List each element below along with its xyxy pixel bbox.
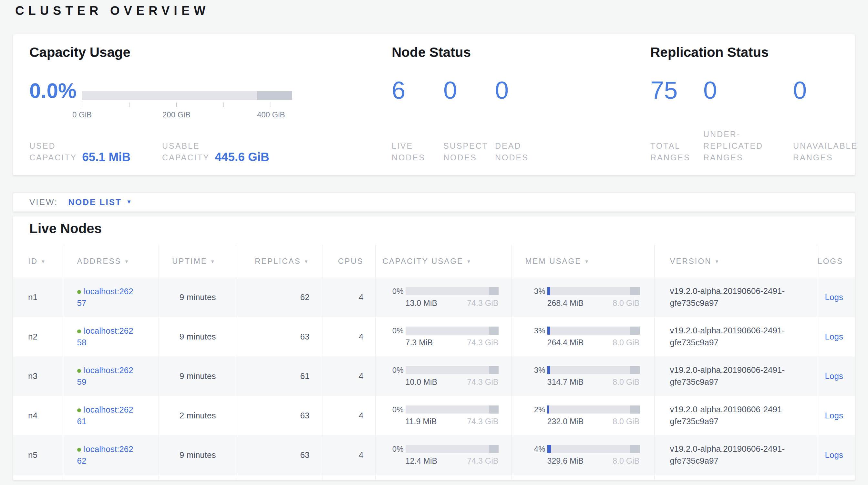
sort-icon: ▼ (304, 259, 310, 264)
mem-bar (547, 445, 640, 453)
capacity-bar-reserved (257, 91, 292, 100)
node-id-cell: n2 (13, 317, 64, 356)
axis-tick-label: 200 GiB (162, 110, 190, 119)
page-title: CLUSTER OVERVIEW (15, 4, 210, 18)
mem-usage-cell: 4% 329.6 MiB 8.0 GiB (512, 435, 654, 475)
header-cpus: CPUS (322, 245, 375, 278)
axis-tick-label: 0 GiB (72, 110, 92, 119)
chevron-down-icon: ▼ (126, 199, 132, 205)
node-status-values: 6 0 0 (392, 77, 547, 104)
table-row: n5 localhost:26262 9 minutes 63 4 0% 12.… (13, 435, 855, 475)
logs-link[interactable]: Logs (825, 450, 843, 460)
capacity-axis: 0 GiB200 GiB400 GiB (82, 103, 292, 122)
logs-cell: Logs (817, 356, 855, 396)
dead-nodes-label: DEAD NODES (495, 140, 547, 163)
total-ranges-count: 75 (650, 77, 703, 104)
axis-tick (176, 103, 177, 107)
node-address-link[interactable]: localhost:26262 (77, 444, 133, 465)
capacity-used-value: 10.0 MiB (406, 377, 438, 387)
live-nodes-count: 6 (392, 77, 443, 104)
table-cell-empty (237, 475, 322, 480)
table-cell-empty (64, 475, 159, 480)
node-list-dropdown[interactable]: NODE LIST ▼ (68, 197, 132, 207)
capacity-usage-title: Capacity Usage (29, 45, 130, 60)
uptime-cell: 9 minutes (159, 278, 237, 317)
mem-usage-cell: 3% 268.4 MiB 8.0 GiB (512, 278, 654, 317)
capacity-used-value: 7.3 MiB (406, 338, 433, 347)
mem-usage-cell: 3% 314.7 MiB 8.0 GiB (512, 356, 654, 396)
node-id-cell: n5 (13, 435, 64, 475)
sort-icon: ▼ (41, 259, 46, 264)
header-id[interactable]: ID▼ (13, 245, 64, 278)
header-address[interactable]: ADDRESS▼ (64, 245, 159, 278)
version-cell: v19.2.0-alpha.20190606-2491-gfe735c9a97 (654, 396, 817, 435)
node-id-cell: n3 (13, 356, 64, 396)
used-capacity-value: 65.1 MiB (82, 151, 130, 163)
under-replicated-ranges-count: 0 (703, 77, 793, 104)
live-nodes-label: LIVE NODES (392, 140, 443, 163)
table-row: n4 localhost:26261 2 minutes 63 4 0% 11.… (13, 396, 855, 435)
node-status-title: Node Status (392, 45, 471, 60)
node-address-link[interactable]: localhost:26257 (77, 286, 133, 308)
logs-link[interactable]: Logs (825, 371, 843, 381)
table-cell-empty (817, 475, 855, 480)
uptime-cell: 9 minutes (159, 317, 237, 356)
capacity-bar-reserved (489, 326, 499, 335)
mem-total-value: 8.0 GiB (613, 338, 640, 347)
node-id-cell: n4 (13, 396, 64, 435)
replicas-cell: 63 (237, 317, 322, 356)
table-row: n1 localhost:26257 9 minutes 62 4 0% 13.… (13, 278, 855, 317)
mem-percent: 3% (512, 326, 546, 335)
mem-bar (547, 405, 640, 413)
header-uptime[interactable]: UPTIME▼ (159, 245, 237, 278)
sort-icon: ▼ (466, 259, 472, 264)
node-address-cell: localhost:26259 (64, 356, 159, 396)
usable-capacity-metric: USABLE CAPACITY 445.6 GiB (162, 140, 269, 163)
capacity-usage-cell: 0% 7.3 MiB 74.3 GiB (375, 317, 512, 356)
view-label: VIEW: (29, 197, 58, 207)
axis-tick (82, 103, 82, 107)
node-address-link[interactable]: localhost:26258 (77, 326, 133, 347)
node-list-dropdown-value: NODE LIST (68, 197, 122, 207)
replicas-cell: 62 (237, 278, 322, 317)
table-header-row: ID▼ ADDRESS▼ UPTIME▼ REPLICAS▼ CPUS CAPA… (13, 245, 855, 278)
mem-bar-reserved (630, 326, 640, 335)
logs-link[interactable]: Logs (825, 411, 843, 420)
sort-icon: ▼ (124, 259, 130, 264)
cpus-cell: 4 (322, 435, 375, 475)
mem-usage-cell: 3% 264.4 MiB 8.0 GiB (512, 317, 654, 356)
replication-labels: TOTAL RANGES UNDER- REPLICATED RANGES UN… (650, 129, 868, 163)
mem-used-value: 268.4 MiB (547, 298, 584, 308)
dead-nodes-count: 0 (495, 77, 547, 104)
capacity-total-value: 74.3 GiB (467, 456, 498, 465)
mem-bar-fill (547, 326, 550, 335)
capacity-bar-reserved (489, 287, 499, 295)
capacity-used-value: 11.9 MiB (406, 417, 437, 426)
mem-used-value: 232.0 MiB (547, 417, 584, 426)
logs-link[interactable]: Logs (825, 292, 843, 302)
table-cell-empty (322, 475, 375, 480)
capacity-usage-bar (82, 91, 292, 100)
node-address-link[interactable]: localhost:26261 (77, 405, 133, 426)
header-capacity-usage[interactable]: CAPACITY USAGE▼ (375, 245, 512, 278)
capacity-usage-cell: 0% 11.9 MiB 74.3 GiB (375, 396, 512, 435)
live-status-icon (77, 369, 81, 373)
mem-total-value: 8.0 GiB (613, 417, 640, 426)
node-status-labels: LIVE NODES SUSPECT NODES DEAD NODES (392, 140, 547, 163)
capacity-total-value: 74.3 GiB (467, 338, 498, 347)
header-mem-usage[interactable]: MEM USAGE▼ (512, 245, 654, 278)
replication-values: 75 0 0 (650, 77, 868, 104)
under-replicated-ranges-label: UNDER- REPLICATED RANGES (703, 129, 793, 163)
view-bar: VIEW: NODE LIST ▼ (13, 192, 855, 212)
logs-link[interactable]: Logs (825, 332, 843, 341)
header-replicas[interactable]: REPLICAS▼ (237, 245, 322, 278)
live-nodes-table: ID▼ ADDRESS▼ UPTIME▼ REPLICAS▼ CPUS CAPA… (13, 245, 855, 480)
mem-bar-reserved (630, 366, 640, 374)
node-address-link[interactable]: localhost:26259 (77, 365, 133, 387)
mem-bar (547, 366, 640, 374)
capacity-usage-cell: 0% 12.4 MiB 74.3 GiB (375, 435, 512, 475)
sort-icon: ▼ (715, 259, 720, 264)
cluster-overview-page: CLUSTER OVERVIEW Capacity Usage 0.0% 0 G… (0, 0, 868, 485)
header-version[interactable]: VERSION▼ (654, 245, 817, 278)
total-ranges-label: TOTAL RANGES (650, 140, 703, 163)
